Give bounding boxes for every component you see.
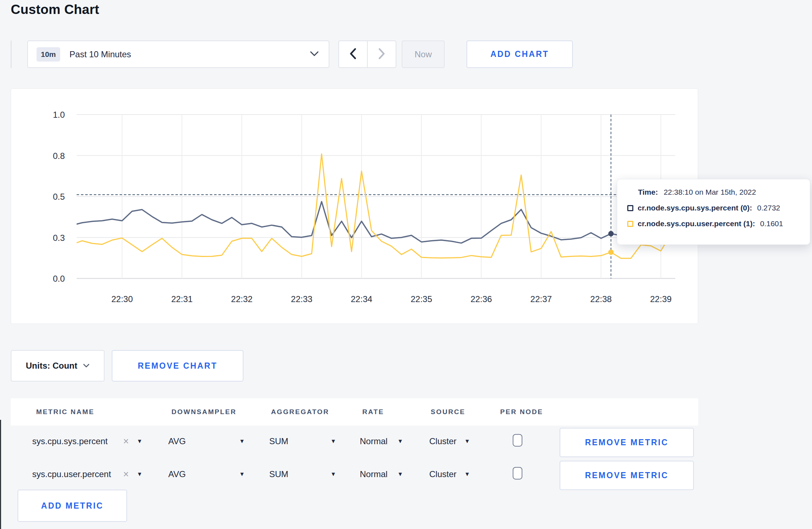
- metric-name-value[interactable]: sys.cpu.sys.percent: [32, 436, 108, 446]
- chevron-down-icon: [310, 51, 319, 58]
- time-range-dropdown[interactable]: 10m Past 10 Minutes: [27, 40, 329, 68]
- column-header-metric-name: METRIC NAME: [36, 408, 95, 416]
- clear-metric-icon[interactable]: ×: [123, 469, 129, 480]
- svg-text:1.0: 1.0: [53, 110, 65, 120]
- column-header-downsampler: DOWNSAMPLER: [171, 408, 237, 416]
- chart-card: 1.00.80.50.30.022:3022:3122:3222:3322:34…: [11, 88, 698, 324]
- metric-name-caret-icon[interactable]: ▼: [137, 438, 142, 445]
- metrics-table-header: METRIC NAME DOWNSAMPLER AGGREGATOR RATE …: [11, 398, 698, 426]
- downsampler-caret-icon[interactable]: ▼: [239, 471, 245, 477]
- metric-name-value[interactable]: sys.cpu.user.percent: [32, 469, 111, 479]
- time-range-label: Past 10 Minutes: [69, 49, 131, 59]
- remove-metric-button[interactable]: REMOVE METRIC: [560, 461, 694, 490]
- downsampler-caret-icon[interactable]: ▼: [239, 438, 245, 445]
- downsampler-select[interactable]: AVG: [168, 436, 186, 446]
- svg-text:22:35: 22:35: [411, 294, 432, 304]
- per-node-checkbox[interactable]: [513, 434, 522, 447]
- time-pager: [338, 40, 396, 68]
- tooltip-time-label: Time:: [638, 188, 658, 196]
- time-range-badge: 10m: [37, 47, 60, 62]
- source-caret-icon[interactable]: ▼: [464, 471, 470, 477]
- svg-text:0.5: 0.5: [53, 192, 65, 202]
- column-header-aggregator: AGGREGATOR: [271, 408, 329, 416]
- remove-chart-button[interactable]: REMOVE CHART: [112, 350, 243, 382]
- remove-metric-button[interactable]: REMOVE METRIC: [560, 428, 694, 457]
- clear-metric-icon[interactable]: ×: [123, 436, 129, 447]
- aggregator-caret-icon[interactable]: ▼: [330, 471, 336, 477]
- series-sys-swatch-icon: [627, 205, 633, 211]
- table-row: sys.cpu.sys.percent × ▼ AVG ▼ SUM ▼ Norm…: [11, 423, 698, 459]
- aggregator-select[interactable]: SUM: [269, 469, 288, 479]
- metric-name-caret-icon[interactable]: ▼: [137, 471, 142, 477]
- per-node-checkbox[interactable]: [513, 467, 522, 480]
- column-header-source: SOURCE: [431, 408, 465, 416]
- next-timeframe-button[interactable]: [367, 40, 396, 68]
- source-caret-icon[interactable]: ▼: [464, 438, 470, 445]
- source-select[interactable]: Cluster: [429, 469, 456, 479]
- page-title: Custom Chart: [11, 2, 99, 17]
- svg-text:22:30: 22:30: [111, 294, 133, 304]
- now-button[interactable]: Now: [402, 40, 445, 68]
- svg-text:22:38: 22:38: [590, 294, 612, 304]
- add-metric-button[interactable]: ADD METRIC: [18, 490, 127, 522]
- svg-text:22:34: 22:34: [351, 294, 372, 304]
- chevron-right-icon: [378, 48, 385, 60]
- svg-text:22:31: 22:31: [171, 294, 193, 304]
- metrics-line-chart[interactable]: 1.00.80.50.30.022:3022:3122:3222:3322:34…: [11, 89, 699, 324]
- rate-caret-icon[interactable]: ▼: [397, 438, 403, 445]
- tooltip-series-sys-value: 0.2732: [757, 204, 780, 212]
- toolbar-divider: [11, 40, 11, 68]
- svg-text:0.8: 0.8: [53, 151, 65, 161]
- rate-select[interactable]: Normal: [360, 436, 387, 446]
- column-header-per-node: PER NODE: [500, 408, 543, 416]
- tooltip-series-user-label: cr.node.sys.cpu.user.percent (1):: [638, 219, 755, 228]
- aggregator-select[interactable]: SUM: [269, 436, 288, 446]
- tooltip-series-sys-label: cr.node.sys.cpu.sys.percent (0):: [638, 204, 752, 212]
- svg-text:22:39: 22:39: [650, 294, 672, 304]
- source-select[interactable]: Cluster: [429, 436, 456, 446]
- svg-text:22:32: 22:32: [231, 294, 252, 304]
- chevron-left-icon: [349, 48, 357, 60]
- units-dropdown[interactable]: Units: Count: [11, 350, 105, 382]
- downsampler-select[interactable]: AVG: [168, 469, 186, 479]
- chart-tooltip: Time: 22:38:10 on Mar 15th, 2022 cr.node…: [617, 179, 810, 245]
- add-chart-button[interactable]: ADD CHART: [467, 40, 573, 68]
- screen-edge-artifact: [0, 420, 1, 529]
- rate-caret-icon[interactable]: ▼: [397, 471, 403, 477]
- chevron-down-icon: [83, 363, 90, 369]
- svg-text:0.3: 0.3: [53, 233, 65, 243]
- svg-text:0.0: 0.0: [53, 274, 65, 283]
- svg-text:22:36: 22:36: [470, 294, 492, 304]
- svg-text:22:33: 22:33: [291, 294, 313, 304]
- column-header-rate: RATE: [362, 408, 384, 416]
- rate-select[interactable]: Normal: [360, 469, 387, 479]
- svg-text:22:37: 22:37: [530, 294, 552, 304]
- tooltip-series-user-value: 0.1601: [760, 219, 783, 228]
- table-row: sys.cpu.user.percent × ▼ AVG ▼ SUM ▼ Nor…: [11, 456, 698, 492]
- aggregator-caret-icon[interactable]: ▼: [330, 438, 336, 445]
- units-label: Units: Count: [26, 361, 77, 371]
- tooltip-time-value: 22:38:10 on Mar 15th, 2022: [664, 188, 756, 196]
- previous-timeframe-button[interactable]: [338, 40, 367, 68]
- series-user-swatch-icon: [627, 221, 633, 227]
